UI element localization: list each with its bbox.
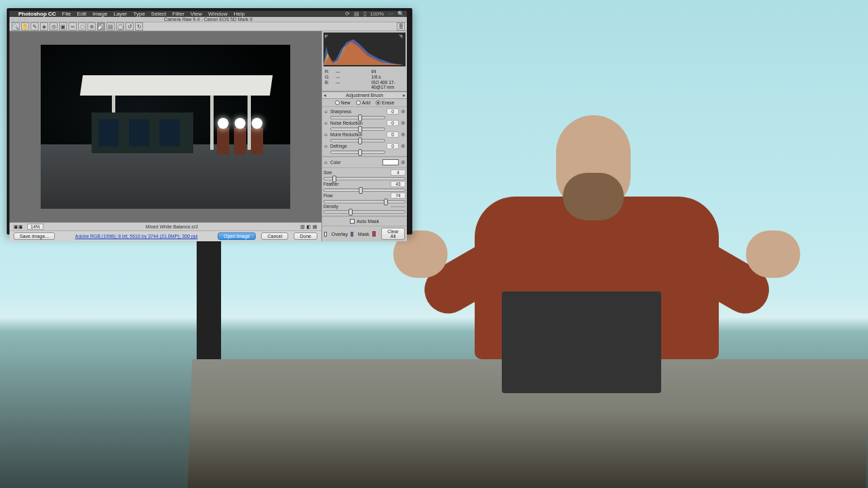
slider-toggle-icon[interactable]: ⊖ — [323, 109, 328, 114]
slider-value[interactable]: 4 — [391, 169, 406, 176]
laptop — [502, 291, 661, 393]
done-button[interactable]: Done — [294, 232, 317, 240]
slider-value[interactable]: 74 — [391, 192, 406, 199]
color-swatch[interactable] — [382, 159, 399, 165]
clear-all-button[interactable]: Clear All — [381, 228, 405, 240]
slider-track[interactable] — [330, 116, 385, 119]
workflow-options-link[interactable]: Adobe RGB (1998); 8 bit; 5616 by 3744 (2… — [60, 234, 212, 239]
slider-value[interactable]: 0 — [387, 120, 399, 126]
b-label: B: — [325, 80, 333, 89]
menu-view[interactable]: View — [191, 11, 202, 17]
camera-raw-toolbar: 🔍 ✋ ✎ ◈ ◎ ▣ ═ ◌ ⊕ 🖌 ▤ ◯ ↺ ↻ ≣ — [9, 22, 407, 31]
adjustments-panel: ◤ ◥ R:---f/4 G:---1/8 s B:---ISO 400 17-… — [321, 31, 407, 241]
shadow-clip-icon[interactable]: ◤ — [325, 34, 330, 39]
menu-extras-icon[interactable]: ⋯ — [388, 11, 393, 17]
straighten-tool-icon[interactable]: ═ — [68, 22, 77, 30]
adjustment-brush-icon[interactable]: 🖌 — [97, 22, 105, 30]
slider-label: Sharpness — [330, 109, 385, 114]
zoom-tool-icon[interactable]: 🔍 — [12, 22, 20, 30]
menu-filter[interactable]: Filter — [172, 11, 184, 17]
slider-track[interactable] — [323, 177, 406, 180]
menu-file[interactable]: File — [62, 11, 71, 17]
spot-removal-icon[interactable]: ◌ — [78, 22, 86, 30]
slider-value — [391, 206, 406, 207]
iso-value: ISO 400 — [372, 80, 388, 85]
slider-track[interactable] — [330, 139, 385, 142]
mask-checkbox[interactable] — [351, 232, 353, 237]
menu-type[interactable]: Type — [133, 11, 144, 17]
panel-title: ◂ Adjustment Brush ▸ — [322, 92, 407, 99]
slider-label: Flow — [323, 193, 389, 198]
menu-select[interactable]: Select — [151, 11, 166, 17]
slider-value[interactable]: 0 — [387, 143, 399, 149]
slider-track[interactable] — [323, 200, 406, 203]
color-toggle-icon[interactable]: ⊖ — [323, 160, 328, 165]
menu-image[interactable]: Image — [92, 11, 107, 17]
menu-edit[interactable]: Edit — [77, 11, 86, 17]
slider-toggle-icon[interactable]: ⊖ — [323, 132, 328, 137]
slider-toggle-icon[interactable]: ⊖ — [323, 121, 328, 125]
open-image-button[interactable]: Open Image — [218, 232, 256, 240]
panel-next-icon[interactable]: ▸ — [403, 92, 406, 98]
slider-toggle-icon[interactable]: ⊖ — [323, 144, 328, 148]
zoom-level[interactable]: 14% — [27, 224, 43, 230]
menu-window[interactable]: Window — [208, 11, 227, 17]
menu-layer[interactable]: Layer — [113, 11, 127, 17]
color-sampler-icon[interactable]: ◈ — [40, 22, 48, 30]
slider-value[interactable]: 43 — [391, 181, 406, 187]
slider-track[interactable] — [330, 127, 385, 131]
info-readout: R:---f/4 G:---1/8 s B:---ISO 400 17-40@1… — [322, 68, 407, 92]
search-icon[interactable]: 🔍 — [397, 11, 404, 17]
g-label: G: — [325, 75, 333, 79]
slider-track[interactable] — [330, 150, 385, 154]
slider-reset-icon[interactable]: ⊕ — [400, 108, 406, 115]
mask-label: Mask — [358, 232, 370, 237]
image-canvas[interactable] — [9, 31, 321, 222]
redeye-tool-icon[interactable]: ⊕ — [87, 22, 96, 30]
shutter-value: 1/8 s — [372, 75, 405, 79]
monitor-stand — [197, 235, 221, 370]
auto-mask-checkbox[interactable] — [350, 219, 355, 224]
filmstrip-icons[interactable]: ▥ ◧ ▤ — [300, 224, 317, 230]
mode-erase[interactable]: Erase — [376, 100, 394, 105]
rotate-cw-icon[interactable]: ↻ — [135, 22, 143, 30]
window-title: Camera Raw 9.4 - Canon EOS 5D Mark II — [164, 17, 252, 22]
panel-footer: Overlay Mask Clear All — [322, 226, 407, 241]
graduated-filter-icon[interactable]: ▤ — [106, 22, 115, 30]
fstop-value: f/4 — [372, 69, 405, 74]
app-name[interactable]: Photoshop CC — [18, 11, 56, 17]
g-value: --- — [336, 75, 369, 79]
overlay-checkbox[interactable] — [324, 232, 327, 237]
panel-prev-icon[interactable]: ◂ — [323, 92, 326, 98]
traffic-lights[interactable] — [11, 18, 27, 22]
targeted-adjust-icon[interactable]: ◎ — [50, 22, 58, 30]
slider-value[interactable]: 0 — [387, 131, 399, 138]
radial-filter-icon[interactable]: ◯ — [116, 22, 124, 30]
mask-color-swatch[interactable] — [372, 231, 376, 237]
slider-track[interactable] — [323, 188, 406, 192]
color-picker-icon[interactable]: ⊕ — [400, 159, 406, 165]
highlight-clip-icon[interactable]: ◥ — [399, 34, 404, 39]
preferences-icon[interactable]: ≣ — [397, 22, 405, 30]
histogram[interactable]: ◤ ◥ — [323, 33, 406, 66]
hand-tool-icon[interactable]: ✋ — [21, 22, 29, 30]
slider-label: Noise Reduction — [330, 121, 385, 125]
photoshop-window: Photoshop CC File Edit Image Layer Type … — [9, 11, 407, 226]
compare-icon[interactable]: ▣▣ — [14, 224, 23, 230]
mode-new[interactable]: New — [335, 100, 351, 105]
slider-value[interactable]: 0 — [387, 108, 399, 115]
panel-title-label: Adjustment Brush — [346, 93, 383, 98]
cancel-button[interactable]: Cancel — [261, 232, 288, 240]
slider-reset-icon[interactable]: ⊕ — [400, 143, 406, 149]
slider-reset-icon[interactable]: ⊕ — [400, 120, 406, 126]
menu-help[interactable]: Help — [234, 11, 245, 17]
macos-menubar: Photoshop CC File Edit Image Layer Type … — [9, 11, 407, 17]
save-image-button[interactable]: Save Image... — [14, 232, 55, 240]
auto-mask-label: Auto Mask — [357, 219, 379, 224]
wb-eyedropper-icon[interactable]: ✎ — [31, 22, 39, 30]
crop-tool-icon[interactable]: ▣ — [59, 22, 67, 30]
mode-add[interactable]: Add — [356, 100, 370, 105]
slider-reset-icon[interactable]: ⊕ — [400, 131, 406, 138]
photo-preview — [41, 45, 290, 209]
rotate-ccw-icon[interactable]: ↺ — [125, 22, 134, 30]
